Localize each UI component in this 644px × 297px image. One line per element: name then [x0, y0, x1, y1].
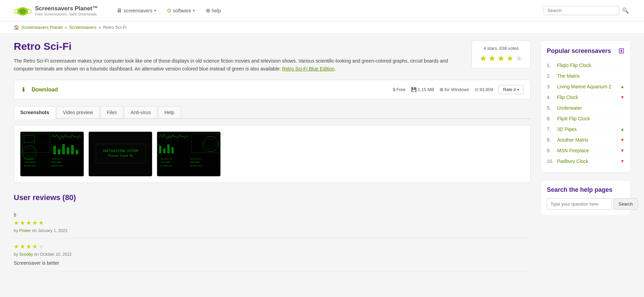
- tab-antivirus[interactable]: Anti-virus: [124, 106, 157, 118]
- popular-title-row: Popular screensavers ⊞: [547, 46, 624, 55]
- reviews-title: User reviews (80): [14, 193, 531, 202]
- item-indicator-8: ▼: [620, 148, 624, 153]
- tabs-bar: Screenshots Video preview Files Anti-vir…: [14, 106, 531, 119]
- item-indicator-7: ▼: [620, 138, 624, 142]
- blue-edition-link[interactable]: Retro Sci-Fi Blue Edition: [282, 66, 335, 72]
- list-item: 9. MSN Fireplace ▼: [547, 145, 624, 156]
- rate-it-button[interactable]: Rate it ▾: [498, 85, 523, 94]
- breadcrumb-screensavers-link[interactable]: Screensavers: [69, 25, 96, 30]
- item-num: 3.: [547, 84, 557, 89]
- windows-brand-icon: ⊞: [618, 46, 624, 55]
- downloads-item: ⊙ 93,809: [475, 87, 493, 92]
- review-1-date: January 1, 2023: [38, 228, 67, 233]
- item-num: 1.: [547, 63, 557, 68]
- screenshot-3[interactable]: SA/45f3/775 C965/0A097 B5310hF/785 SA/45…: [157, 132, 221, 176]
- sidebar: Popular screensavers ⊞ 1. Fliqlo Flip Cl…: [541, 41, 630, 283]
- nav-help[interactable]: ⊕ help: [201, 5, 226, 16]
- item-link-8[interactable]: MSN Fireplace: [557, 148, 620, 153]
- r2-star-3: ★: [26, 243, 31, 250]
- review-2-meta: by Scooby on October 10, 2022: [14, 252, 531, 257]
- tab-files[interactable]: Files: [100, 106, 124, 118]
- logo-text-area: Screensavers Planet™ Free Screensavers. …: [35, 5, 98, 16]
- review-2-author-link[interactable]: Scooby: [19, 252, 33, 257]
- download-link[interactable]: Download: [32, 87, 58, 93]
- svg-text:CB65/0A897: CB65/0A897: [52, 161, 62, 163]
- r2-star-5: ★: [38, 243, 44, 250]
- star-5: ★: [515, 54, 523, 63]
- svg-rect-10: [53, 146, 56, 154]
- svg-rect-44: [171, 147, 174, 153]
- nav-help-label: help: [212, 8, 221, 13]
- svg-rect-42: [163, 148, 166, 153]
- nav-software-label: software: [173, 8, 191, 13]
- rate-it-label: Rate it: [503, 87, 516, 92]
- help-search-input[interactable]: [547, 198, 612, 210]
- item-link-0[interactable]: Fliqlo Flip Clock: [557, 63, 624, 68]
- tab-video-preview[interactable]: Video preview: [56, 106, 100, 118]
- breadcrumb: 🏠 Screensavers Planet » Screensavers » R…: [0, 21, 644, 34]
- item-link-1[interactable]: The Matrix: [557, 73, 624, 79]
- r2-star-4: ★: [32, 243, 37, 250]
- screenshot-2[interactable]: INITIALIZING SYSTEM Please Stand By: [89, 132, 152, 176]
- item-link-5[interactable]: FlipIt Flip Clock: [557, 116, 624, 121]
- logo-area: Screensavers Planet™ Free Screensavers. …: [14, 3, 98, 18]
- list-item: 8. Another Matrix ▼: [547, 135, 624, 145]
- screenshot-1[interactable]: SA/CO/8h45 C1265/0AA65 BA310hF/765 SA/45…: [20, 132, 84, 176]
- filesize-item: 💾 1.15 MB: [411, 87, 434, 92]
- price-value: Free: [396, 87, 406, 92]
- svg-text:SA/45f3/775: SA/45f3/775: [52, 158, 63, 160]
- chevron-down-icon: ▾: [154, 9, 156, 12]
- item-link-3[interactable]: Flip Clock: [557, 95, 620, 100]
- search-button[interactable]: 🔍: [621, 6, 630, 15]
- svg-rect-41: [159, 146, 161, 153]
- svg-text:CB65/0AA97: CB65/0AA97: [190, 161, 200, 163]
- review-1-author-link[interactable]: Power: [19, 228, 31, 233]
- rating-text: 4 stars, 638 votes: [479, 46, 523, 51]
- help-search-section: Search the help pages Search: [541, 180, 630, 216]
- header: Screensavers Planet™ Free Screensavers. …: [0, 0, 644, 21]
- item-indicator-6: ▲: [620, 127, 624, 132]
- item-num: 8.: [547, 137, 557, 143]
- review-2-stars: ★ ★ ★ ★ ★: [14, 243, 531, 250]
- svg-text:B5310hF/795: B5310hF/795: [52, 165, 63, 167]
- item-link-6[interactable]: 3D Pipes: [557, 126, 620, 132]
- tab-help[interactable]: Help: [158, 106, 181, 118]
- help-search-button[interactable]: Search: [613, 198, 638, 210]
- r2-star-1: ★: [14, 243, 19, 250]
- r1-star-5: ★: [38, 219, 44, 227]
- list-item: 6. FlipIt Flip Clock: [547, 113, 624, 124]
- nav-software[interactable]: ⊙ software ▾: [162, 5, 200, 16]
- svg-text:INITIALIZING SYSTEM: INITIALIZING SYSTEM: [103, 149, 139, 153]
- breadcrumb-home-link[interactable]: Screensavers Planet: [21, 25, 63, 30]
- search-input[interactable]: [544, 6, 619, 15]
- main-nav: 🖥 screensavers ▾ ⊙ software ▾ ⊕ help: [112, 5, 226, 16]
- content-area: 4 stars, 638 votes ★ ★ ★ ★ ★ Retro Sci-F…: [14, 41, 531, 283]
- svg-text:C965/0A097: C965/0A097: [161, 161, 171, 163]
- chevron-down-icon-2: ▾: [193, 9, 195, 12]
- nav-screensavers[interactable]: 🖥 screensavers ▾: [112, 6, 160, 16]
- svg-text:BA310hF/765: BA310hF/765: [24, 165, 35, 167]
- star-4: ★: [506, 54, 514, 63]
- logo-subtitle: Free Screensavers. Safe Downloads.: [35, 12, 98, 16]
- svg-rect-14: [71, 145, 74, 154]
- tab-screenshots[interactable]: Screenshots: [14, 106, 56, 119]
- star-2: ★: [488, 54, 496, 63]
- download-icon: ⬇: [21, 86, 26, 94]
- svg-text:B3310nF/795: B3310nF/795: [190, 165, 201, 167]
- platform-item: ⊞ for Windows: [440, 87, 469, 92]
- svg-text:SA/45f3/775: SA/45f3/775: [161, 158, 172, 160]
- item-link-2[interactable]: Living Marine Aquarium 2: [557, 84, 620, 89]
- item-link-4[interactable]: Underwater: [557, 105, 624, 111]
- r1-star-3: ★: [26, 219, 31, 227]
- item-link-9[interactable]: Padbury Clock: [557, 158, 620, 164]
- review-1-meta: by Power on January 1, 2023: [14, 228, 531, 233]
- header-search-area: 🔍: [544, 6, 630, 15]
- svg-rect-15: [76, 150, 78, 154]
- item-link-7[interactable]: Another Matrix: [557, 137, 620, 143]
- svg-rect-3: [21, 132, 84, 176]
- breadcrumb-current: Retro Sci-Fi: [103, 25, 127, 30]
- screenshots-panel: SA/CO/8h45 C1265/0AA65 BA310hF/765 SA/45…: [14, 125, 531, 183]
- clock-icon: ⊙: [475, 87, 478, 92]
- svg-text:C1265/0AA65: C1265/0AA65: [24, 161, 35, 163]
- svg-rect-13: [67, 147, 69, 154]
